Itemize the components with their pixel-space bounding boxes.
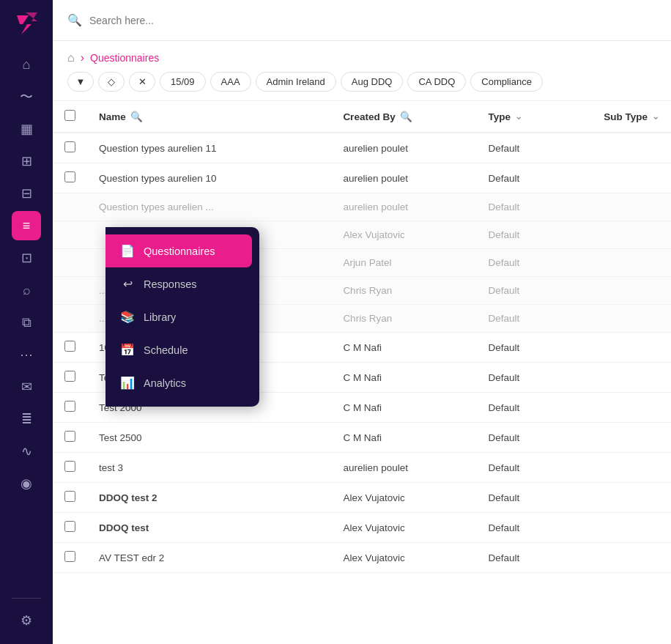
copy-icon[interactable]: ⧉	[12, 308, 41, 337]
row-checkbox-cell[interactable]	[53, 483, 87, 513]
chart-bar-icon[interactable]: ▦	[12, 114, 41, 144]
compliance-filter[interactable]: Compliance	[470, 72, 543, 92]
breadcrumb-current: Questionnaires	[90, 52, 159, 64]
row-created-by-cell: aurelien poulet	[331, 133, 476, 163]
clear-button[interactable]: ✕	[129, 72, 155, 92]
responses-menu-item-label: Responses	[144, 278, 197, 290]
table-row: Test 2500 C M Nafi Default	[53, 423, 671, 453]
sidebar-divider	[12, 598, 41, 599]
row-sub-type-cell	[592, 221, 671, 249]
row-sub-type-cell	[592, 133, 671, 163]
breadcrumb-separator: ›	[81, 51, 84, 64]
main-content: 🔍 ⌂ › Questionnaires ▼ ◇ ✕ 15/09 AAA Adm…	[53, 0, 671, 644]
type-header[interactable]: Type ⌄	[476, 101, 592, 133]
row-checkbox-cell[interactable]	[53, 249, 87, 277]
library-menu-item[interactable]: 📚 Library	[105, 300, 259, 333]
analytics-menu-item-icon: 📊	[120, 376, 135, 390]
created-by-search-icon[interactable]: 🔍	[400, 111, 412, 122]
table-row: Question types aurelien ... aurelien pou…	[53, 193, 671, 221]
home-icon[interactable]: ⌂	[12, 50, 41, 79]
filter-button[interactable]: ▼	[67, 72, 94, 92]
sidebar-dropdown-menu: 📄 Questionnaires ↩ Responses 📚 Library 📅…	[105, 227, 259, 407]
responses-menu-item-icon: ↩	[120, 277, 135, 291]
row-checkbox[interactable]	[64, 551, 75, 562]
sub-type-sort-icon[interactable]: ⌄	[652, 111, 659, 122]
row-checkbox-cell[interactable]	[53, 193, 87, 221]
layers-icon[interactable]: ⊟	[12, 179, 41, 208]
network-icon[interactable]: ⋯	[12, 340, 41, 369]
questionnaires-menu-item-icon: 📄	[120, 244, 135, 258]
sub-type-header[interactable]: Sub Type ⌄	[592, 101, 671, 133]
row-checkbox-cell[interactable]	[53, 305, 87, 333]
table-row: DDOQ test 2 Alex Vujatovic Default	[53, 483, 671, 513]
responses-menu-item[interactable]: ↩ Responses	[105, 267, 259, 300]
select-all-checkbox[interactable]	[64, 110, 75, 121]
row-checkbox[interactable]	[64, 141, 75, 152]
list-icon[interactable]: ≣	[12, 404, 41, 434]
checkbox-header[interactable]	[53, 101, 87, 133]
tag-button[interactable]: ◇	[98, 72, 125, 92]
row-checkbox-cell[interactable]	[53, 133, 87, 163]
row-type-cell: Default	[476, 249, 592, 277]
row-type-cell: Default	[476, 333, 592, 363]
row-checkbox[interactable]	[64, 461, 75, 472]
aaa-filter[interactable]: AAA	[210, 72, 251, 92]
mail-icon[interactable]: ✉	[12, 372, 41, 401]
row-checkbox-cell[interactable]	[53, 163, 87, 193]
row-checkbox-cell[interactable]	[53, 277, 87, 305]
row-type-cell: Default	[476, 453, 592, 483]
activity-icon[interactable]: 〜	[12, 82, 41, 111]
date-filter[interactable]: 15/09	[160, 72, 206, 92]
row-checkbox[interactable]	[64, 431, 75, 442]
row-sub-type-cell	[592, 249, 671, 277]
table-row: DDOQ test Alex Vujatovic Default	[53, 513, 671, 543]
database-icon[interactable]: ◉	[12, 469, 41, 498]
row-type-cell: Default	[476, 221, 592, 249]
search-nav-icon[interactable]: ⌕	[12, 275, 41, 305]
created-by-label: Created By	[343, 111, 395, 122]
analytics-menu-item[interactable]: 📊 Analytics	[105, 366, 259, 399]
admin-ireland-filter[interactable]: Admin Ireland	[256, 72, 336, 92]
row-checkbox-cell[interactable]	[53, 453, 87, 483]
row-created-by-cell: Chris Ryan	[331, 277, 476, 305]
aug-ddq-filter[interactable]: Aug DDQ	[341, 72, 404, 92]
type-sort-icon[interactable]: ⌄	[515, 111, 522, 122]
row-type-cell: Default	[476, 305, 592, 333]
row-checkbox[interactable]	[64, 401, 75, 412]
row-checkbox[interactable]	[64, 171, 75, 182]
row-name-cell: Question types aurelien 11	[87, 133, 331, 163]
row-checkbox-cell[interactable]	[53, 393, 87, 423]
settings-icon[interactable]: ⚙	[12, 606, 41, 635]
row-created-by-cell: aurelien poulet	[331, 453, 476, 483]
clipboard-icon[interactable]: ⊡	[12, 243, 41, 273]
row-type-cell: Default	[476, 363, 592, 393]
row-checkbox-cell[interactable]	[53, 513, 87, 543]
name-search-icon[interactable]: 🔍	[130, 111, 143, 122]
questionnaires-menu-item[interactable]: 📄 Questionnaires	[105, 234, 252, 267]
row-created-by-cell: C M Nafi	[331, 333, 476, 363]
name-label: Name	[99, 111, 126, 122]
schedule-menu-item[interactable]: 📅 Schedule	[105, 333, 259, 366]
row-checkbox[interactable]	[64, 371, 75, 382]
row-sub-type-cell	[592, 393, 671, 423]
row-sub-type-cell	[592, 305, 671, 333]
questionnaires-menu-item-label: Questionnaires	[144, 245, 215, 257]
row-checkbox[interactable]	[64, 521, 75, 532]
document-icon[interactable]: ≡	[12, 211, 41, 240]
row-checkbox[interactable]	[64, 491, 75, 502]
briefcase-icon[interactable]: ⊞	[12, 147, 41, 176]
ca-ddq-filter[interactable]: CA DDQ	[407, 72, 466, 92]
analytics-nav-icon[interactable]: ∿	[12, 437, 41, 466]
row-checkbox[interactable]	[64, 341, 75, 352]
row-sub-type-cell	[592, 453, 671, 483]
row-checkbox-cell[interactable]	[53, 333, 87, 363]
row-checkbox-cell[interactable]	[53, 423, 87, 453]
created-by-header: Created By 🔍	[331, 101, 476, 133]
row-type-cell: Default	[476, 423, 592, 453]
row-checkbox-cell[interactable]	[53, 363, 87, 393]
row-checkbox-cell[interactable]	[53, 543, 87, 573]
home-breadcrumb[interactable]: ⌂	[67, 51, 75, 64]
search-input[interactable]	[89, 15, 656, 26]
row-checkbox-cell[interactable]	[53, 221, 87, 249]
row-sub-type-cell	[592, 543, 671, 573]
